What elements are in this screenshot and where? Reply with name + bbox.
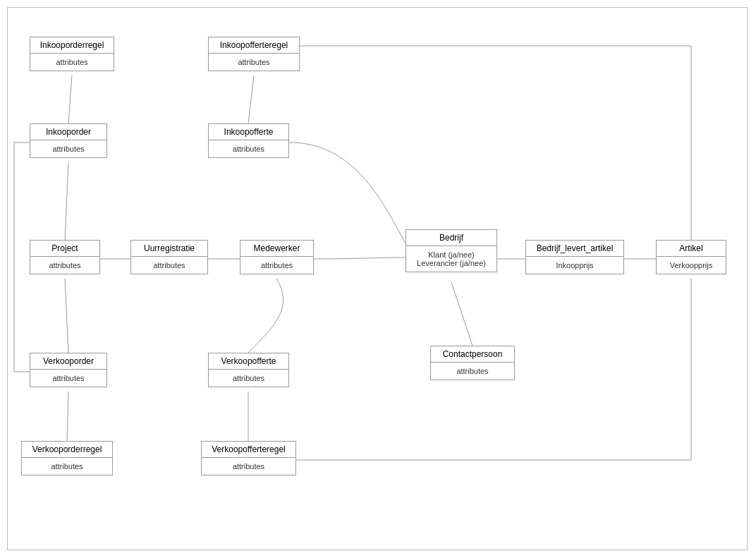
entity-uurregistratie-body: attributes <box>131 257 207 274</box>
entity-uurregistratie-title: Uurregistratie <box>131 241 207 257</box>
entity-verkoopofferte-body: attributes <box>209 370 288 387</box>
entity-verkooporderregel: Verkooporderregel attributes <box>21 441 113 475</box>
entity-uurregistratie: Uurregistratie attributes <box>130 240 208 274</box>
entity-verkoopofferteregel-title: Verkoopofferteregel <box>202 442 295 458</box>
entity-inkooporder-title: Inkooporder <box>30 124 106 140</box>
outer-border <box>7 7 748 550</box>
entity-verkooporder-body: attributes <box>30 370 106 387</box>
entity-verkoopofferteregel-body: attributes <box>202 458 295 475</box>
entity-bedrijf: Bedrijf Klant (ja/nee) Leverancier (ja/n… <box>406 229 497 272</box>
entity-contactpersoon-title: Contactpersoon <box>431 346 514 363</box>
entity-inkoopofferte-title: Inkoopofferte <box>209 124 288 140</box>
entity-medewerker-body: attributes <box>240 257 313 274</box>
entity-bedrijf-body: Klant (ja/nee) Leverancier (ja/nee) <box>406 246 496 272</box>
entity-inkoopofferteregel: Inkoopofferteregel attributes <box>208 37 300 71</box>
entity-verkoopofferte: Verkoopofferte attributes <box>208 353 289 387</box>
entity-verkooporder: Verkooporder attributes <box>30 353 107 387</box>
entity-project: Project attributes <box>30 240 100 274</box>
entity-artikel: Artikel Verkoopprijs <box>656 240 726 274</box>
entity-inkooporderregel: Inkooporderregel attributes <box>30 37 114 71</box>
entity-contactpersoon-body: attributes <box>431 363 514 380</box>
entity-project-body: attributes <box>30 257 99 274</box>
entity-verkooporder-title: Verkooporder <box>30 353 106 370</box>
entity-inkoopofferte: Inkoopofferte attributes <box>208 123 289 158</box>
entity-verkoopofferte-title: Verkoopofferte <box>209 353 288 370</box>
entity-artikel-body: Verkoopprijs <box>657 257 726 274</box>
diagram-container: Inkooporderregel attributes Inkoopoffert… <box>0 0 756 558</box>
entity-inkoopofferte-body: attributes <box>209 140 288 157</box>
entity-bedrijf-title: Bedrijf <box>406 230 496 246</box>
entity-inkooporderregel-body: attributes <box>30 54 114 71</box>
entity-inkooporderregel-title: Inkooporderregel <box>30 37 114 54</box>
entity-inkooporder-body: attributes <box>30 140 106 157</box>
entity-bedrijf-levert-artikel-title: Bedrijf_levert_artikel <box>526 241 623 257</box>
entity-bedrijf-levert-artikel-body: Inkoopprijs <box>526 257 623 274</box>
entity-inkoopofferteregel-title: Inkoopofferteregel <box>209 37 299 54</box>
entity-bedrijf-levert-artikel: Bedrijf_levert_artikel Inkoopprijs <box>525 240 624 274</box>
entity-verkoopofferteregel: Verkoopofferteregel attributes <box>201 441 296 475</box>
entity-medewerker: Medewerker attributes <box>240 240 314 274</box>
entity-inkooporder: Inkooporder attributes <box>30 123 107 158</box>
entity-verkooporderregel-body: attributes <box>22 458 112 475</box>
entity-inkoopofferteregel-body: attributes <box>209 54 299 71</box>
entity-project-title: Project <box>30 241 99 257</box>
entity-contactpersoon: Contactpersoon attributes <box>430 346 515 380</box>
entity-verkooporderregel-title: Verkooporderregel <box>22 442 112 458</box>
entity-medewerker-title: Medewerker <box>240 241 313 257</box>
entity-artikel-title: Artikel <box>657 241 726 257</box>
